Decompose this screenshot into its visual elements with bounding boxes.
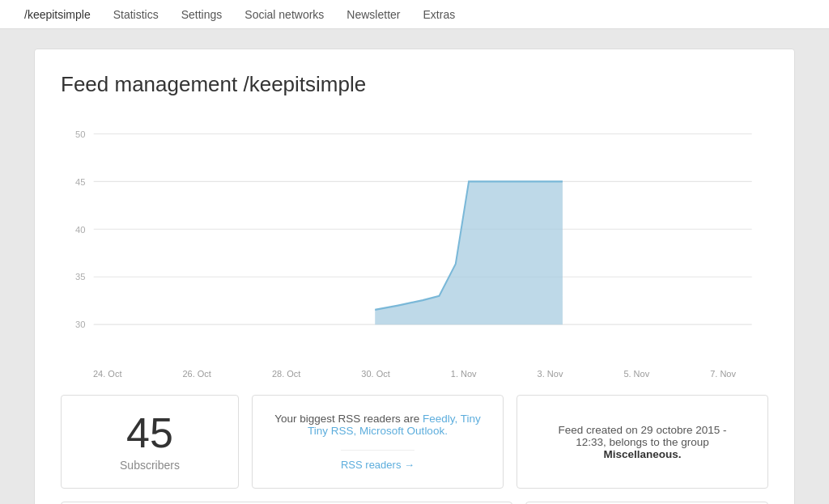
x-label-2: 28. Oct [272,369,300,379]
top-nav: /keepitsimple Statistics Settings Social… [0,0,829,29]
page-title: Feed management /keepitsimple [61,72,768,97]
subscribers-chart: 50 45 40 35 30 [61,116,768,359]
svg-text:35: 35 [75,272,85,282]
subscribers-card: 45 Subscribers [61,395,239,489]
x-label-6: 5. Nov [623,369,649,379]
svg-text:50: 50 [75,129,85,138]
feed-group: Miscellaneous. [603,448,681,460]
nav-item-extras[interactable]: Extras [412,0,467,29]
nav-item-newsletter[interactable]: Newsletter [335,0,411,29]
x-label-7: 7. Nov [710,369,736,379]
feedly-link[interactable]: Feedly, [423,413,457,425]
svg-marker-10 [375,181,563,324]
nav-item-settings[interactable]: Settings [170,0,234,29]
x-label-4: 1. Nov [451,369,477,379]
subscribers-label: Subscribers [120,459,180,472]
x-label-3: 30. Oct [361,369,389,379]
nav-item-statistics[interactable]: Statistics [102,0,170,29]
svg-text:40: 40 [75,224,85,234]
svg-text:45: 45 [75,176,85,186]
svg-text:30: 30 [75,320,85,329]
feed-info-card: Feed created on 29 octobre 2015 -12:33, … [517,395,768,489]
stats-row: 45 Subscribers Your biggest RSS readers … [61,395,768,489]
rss-readers-text: Your biggest RSS readers are Feedly, Tin… [272,413,483,437]
x-label-0: 24. Oct [93,369,121,379]
rss-readers-link[interactable]: RSS readers → [341,450,414,471]
chart-x-axis: 24. Oct 26. Oct 28. Oct 30. Oct 1. Nov 3… [61,366,768,379]
x-label-5: 3. Nov [538,369,563,379]
feed-info-text: Feed created on 29 octobre 2015 -12:33, … [537,424,748,460]
subscribers-count: 45 [126,412,173,454]
main-container: Feed management /keepitsimple 50 45 40 3… [34,49,795,504]
nav-item-feed[interactable]: /keepitsimple [13,0,102,29]
nav-item-social[interactable]: Social networks [233,0,335,29]
x-label-1: 26. Oct [182,369,210,379]
rss-readers-card: Your biggest RSS readers are Feedly, Tin… [252,395,504,489]
